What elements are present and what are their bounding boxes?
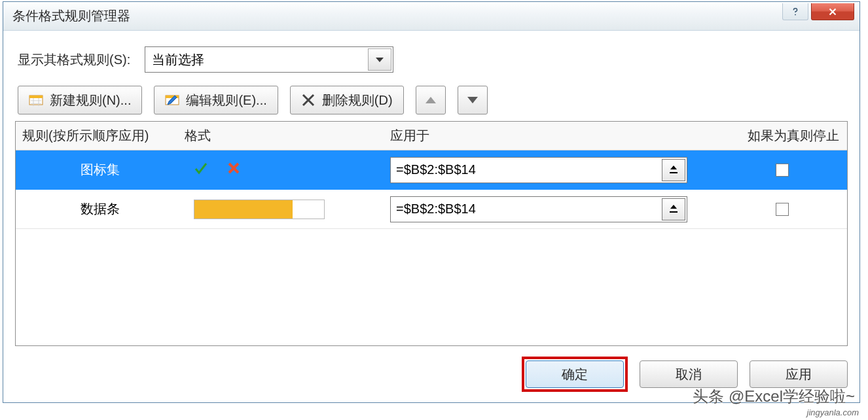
delete-rule-button[interactable]: 删除规则(D) <box>290 86 404 114</box>
help-icon <box>791 7 800 16</box>
scope-selected-value: 当前选择 <box>152 51 204 69</box>
collapse-dialog-button[interactable] <box>662 198 685 220</box>
move-up-button[interactable] <box>416 86 446 114</box>
help-button[interactable] <box>782 3 808 20</box>
conditional-formatting-dialog: 条件格式规则管理器 显示其格式规则(S): 当前选择 新建规则(N)... <box>3 1 860 403</box>
new-rule-icon <box>29 93 43 107</box>
new-rule-button[interactable]: 新建规则(N)... <box>18 86 142 114</box>
cancel-button[interactable]: 取消 <box>640 360 738 388</box>
ok-highlight: 确定 <box>522 357 628 392</box>
applies-to-input[interactable]: =$B$2:$B$14 <box>390 157 687 183</box>
rule-format-preview <box>185 200 357 219</box>
rule-format-preview <box>185 161 357 179</box>
close-icon <box>827 7 839 17</box>
col-rule-header: 规则(按所示顺序应用) <box>16 127 185 145</box>
col-stop-header: 如果为真则停止 <box>717 127 847 145</box>
dialog-title: 条件格式规则管理器 <box>12 7 130 25</box>
apply-button[interactable]: 应用 <box>750 360 848 388</box>
close-button[interactable] <box>811 3 854 20</box>
svg-rect-6 <box>670 211 678 213</box>
dialog-footer: 确定 取消 应用 <box>15 346 848 392</box>
edit-rule-button[interactable]: 编辑规则(E)... <box>154 86 278 114</box>
stop-if-true-checkbox[interactable] <box>776 203 789 216</box>
edit-rule-icon <box>165 93 179 107</box>
svg-rect-5 <box>670 172 678 173</box>
rule-row[interactable]: 数据条 =$B$2:$B$14 <box>16 190 847 229</box>
rule-name: 数据条 <box>16 200 185 218</box>
move-down-button[interactable] <box>458 86 488 114</box>
applies-to-input[interactable]: =$B$2:$B$14 <box>390 196 687 222</box>
delete-rule-icon <box>301 93 316 107</box>
watermark-sub: jingyanla.com <box>807 408 859 417</box>
scope-label: 显示其格式规则(S): <box>18 51 130 69</box>
collapse-icon <box>668 203 679 215</box>
databar-preview-icon <box>194 200 325 219</box>
col-applies-header: 应用于 <box>357 127 717 145</box>
svg-point-0 <box>795 14 796 15</box>
svg-rect-2 <box>29 96 43 98</box>
triangle-down-icon <box>467 97 478 103</box>
check-icon <box>194 161 208 179</box>
chevron-down-icon <box>368 48 391 71</box>
triangle-up-icon <box>425 97 436 103</box>
col-format-header: 格式 <box>185 127 357 145</box>
scope-select[interactable]: 当前选择 <box>145 46 393 73</box>
ok-button[interactable]: 确定 <box>526 360 624 388</box>
rule-row[interactable]: 图标集 =$B$2:$B$14 <box>16 150 847 190</box>
cross-icon <box>226 161 241 179</box>
title-bar: 条件格式规则管理器 <box>3 2 859 31</box>
rules-header: 规则(按所示顺序应用) 格式 应用于 如果为真则停止 <box>16 122 847 150</box>
stop-if-true-checkbox[interactable] <box>776 164 789 177</box>
collapse-dialog-button[interactable] <box>662 159 685 181</box>
rule-name: 图标集 <box>16 161 185 179</box>
collapse-icon <box>668 164 679 176</box>
rules-list: 规则(按所示顺序应用) 格式 应用于 如果为真则停止 图标集 =$B$2:$B$… <box>15 121 848 346</box>
